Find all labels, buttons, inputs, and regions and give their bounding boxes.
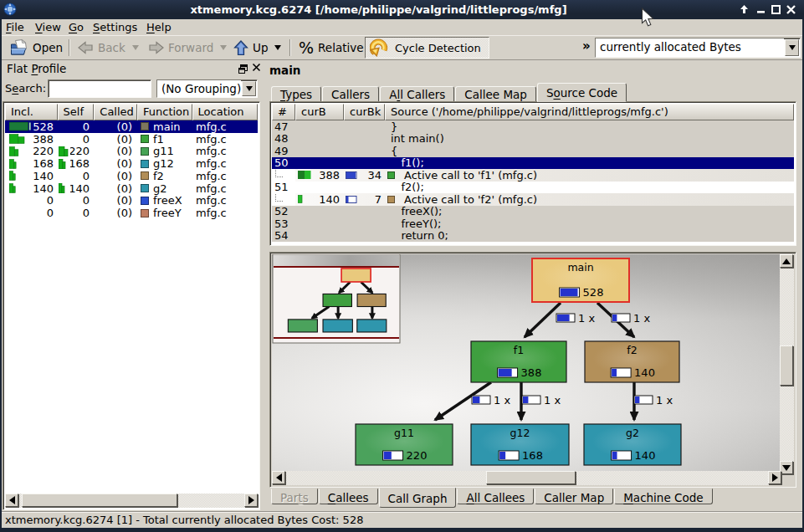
flat-row-g2[interactable]: 140140(0)g2mfg.c <box>5 182 258 195</box>
call-graph-canvas[interactable]: 1 x1 x1 x1 x1 xmain528f1388f2140g11220g1… <box>272 254 781 474</box>
menu-view[interactable]: View <box>33 20 63 34</box>
flat-row-f2[interactable]: 1400(0)f2mfg.c <box>5 170 258 182</box>
source-line-53[interactable]: 53 freeY(); <box>272 217 794 230</box>
toolbar-overflow-chevron[interactable]: » <box>582 38 591 54</box>
menu-help[interactable]: Help <box>145 20 173 34</box>
grouping-combo-button[interactable] <box>242 81 256 96</box>
source-call-row[interactable]: 38834Active call to 'f1' (mfg.c) <box>272 169 794 182</box>
scroll-right-button[interactable] <box>768 471 781 484</box>
menu-settings[interactable]: Settings <box>91 20 139 34</box>
tab-callees[interactable]: Callees <box>319 489 378 504</box>
scroll-right-button[interactable] <box>244 494 258 507</box>
flat-profile-hscrollbar[interactable] <box>5 494 258 508</box>
source-line-49[interactable]: 49{ <box>272 145 794 157</box>
scroll-thumb[interactable] <box>22 494 177 507</box>
menu-go[interactable]: Go <box>67 20 85 34</box>
source-header: #curBcurBkSource ('/home/philippe/valgri… <box>272 104 794 120</box>
graph-node-f1[interactable]: f1388 <box>471 341 566 382</box>
flat-col-called[interactable]: Called <box>94 104 137 120</box>
location-cell: mfg.c <box>193 146 258 158</box>
flat-col-self[interactable]: Self <box>58 104 95 120</box>
flat-row-f1[interactable]: 3880(0)f1mfg.c <box>5 133 258 146</box>
source-call-row[interactable]: 1407Active call to 'f2' (mfg.c) <box>272 193 794 206</box>
tab-all-callers[interactable]: All Callers <box>380 86 454 102</box>
function-name: f2 <box>153 170 164 182</box>
location-cell: mfg.c <box>193 170 258 182</box>
incl-value: 528 <box>32 120 58 133</box>
forward-button[interactable]: Forward <box>146 37 229 59</box>
source-line-51[interactable]: 51 f2(); <box>272 182 794 194</box>
flat-col-function[interactable]: Function <box>137 104 192 120</box>
scroll-left-button[interactable] <box>5 494 18 507</box>
dock-float-icon[interactable] <box>238 64 248 74</box>
source-line-48[interactable]: 48int main() <box>272 133 794 146</box>
tab-call-graph[interactable]: Call Graph <box>379 488 457 508</box>
graph-overview[interactable] <box>273 254 400 343</box>
scroll-thumb[interactable] <box>780 345 793 386</box>
relative-button[interactable]: % Relative <box>296 37 366 59</box>
location-cell: mfg.c <box>193 207 258 219</box>
tab-callee-map[interactable]: Callee Map <box>455 86 536 102</box>
combo-arrow-icon <box>246 86 253 91</box>
graph-node-g11[interactable]: g11220 <box>356 424 453 465</box>
flat-row-freeX[interactable]: 00(0)freeXmfg.c <box>5 195 258 207</box>
open-button[interactable]: Open <box>7 37 65 59</box>
flat-row-main[interactable]: 5280(0)mainmfg.c <box>5 120 258 133</box>
function-color-icon <box>141 184 149 192</box>
flat-col-location[interactable]: Location <box>192 104 258 120</box>
minimize-button[interactable] <box>754 3 767 16</box>
function-name: main <box>153 120 180 133</box>
src-col-line[interactable]: # <box>272 104 295 120</box>
flat-row-g12[interactable]: 168168(0)g12mfg.c <box>5 157 258 170</box>
src-col-curbk[interactable]: curBk <box>344 104 385 120</box>
flat-col-incl[interactable]: Incl. <box>5 104 58 120</box>
graph-hscrollbar[interactable] <box>272 471 781 485</box>
scroll-thumb[interactable] <box>486 471 576 484</box>
close-button[interactable] <box>784 3 797 16</box>
back-button[interactable]: Back <box>75 37 141 59</box>
tab-machine-code[interactable]: Machine Code <box>614 489 712 504</box>
scroll-up-button[interactable] <box>780 254 793 268</box>
flat-row-g11[interactable]: 220220(0)g11mfg.c <box>5 146 258 158</box>
graph-node-main[interactable]: main528 <box>532 258 629 302</box>
tab-all-callees[interactable]: All Callees <box>457 489 534 504</box>
source-line-52[interactable]: 52 freeX(); <box>272 206 794 218</box>
dock-close-icon[interactable] <box>251 63 262 74</box>
svg-text:f1: f1 <box>514 344 524 356</box>
graph-node-g2[interactable]: g2140 <box>584 424 681 465</box>
location-cell: mfg.c <box>193 120 258 133</box>
source-line-47[interactable]: 47} <box>272 120 794 133</box>
function-color-icon <box>141 197 149 205</box>
src-col-source[interactable]: Source ('/home/philippe/valgrind/littlep… <box>385 104 794 120</box>
self-value: 140 <box>70 182 95 195</box>
flat-row-freeY[interactable]: 00(0)freeYmfg.c <box>5 207 258 219</box>
maximize-button[interactable] <box>769 3 782 16</box>
up-dropdown-icon[interactable] <box>274 45 281 50</box>
self-value: 0 <box>70 120 95 133</box>
tree-branch <box>272 169 295 182</box>
scroll-left-button[interactable] <box>272 471 285 484</box>
back-dropdown-icon[interactable] <box>132 45 139 50</box>
graph-node-g12[interactable]: g12168 <box>471 424 569 465</box>
up-button[interactable]: Up <box>231 37 284 59</box>
menu-file[interactable]: File <box>4 20 26 34</box>
forward-dropdown-icon[interactable] <box>220 45 227 50</box>
graph-node-f2[interactable]: f2140 <box>585 341 679 382</box>
edge-label: 1 x <box>556 312 595 325</box>
cycle-detection-button[interactable]: Cycle Detection <box>365 37 489 59</box>
scroll-down-button[interactable] <box>780 461 793 474</box>
source-line-50[interactable]: 50 f1(); <box>272 157 794 170</box>
search-input[interactable] <box>48 79 151 98</box>
tab-caller-map[interactable]: Caller Map <box>535 489 613 504</box>
called-value: (0) <box>95 195 138 207</box>
tab-types[interactable]: Types <box>271 86 321 102</box>
event-type-combo[interactable]: currently allocated Bytes <box>595 38 801 58</box>
tab-callers[interactable]: Callers <box>322 86 379 102</box>
tab-source-code[interactable]: Source Code <box>537 83 627 102</box>
graph-vscrollbar[interactable] <box>780 254 794 474</box>
keep-above-button[interactable] <box>737 3 750 16</box>
event-type-combo-button[interactable] <box>785 39 799 56</box>
src-col-curb[interactable]: curB <box>295 104 344 120</box>
grouping-combo[interactable]: (No Grouping) <box>156 79 258 98</box>
source-line-54[interactable]: 54 return 0; <box>272 230 794 243</box>
